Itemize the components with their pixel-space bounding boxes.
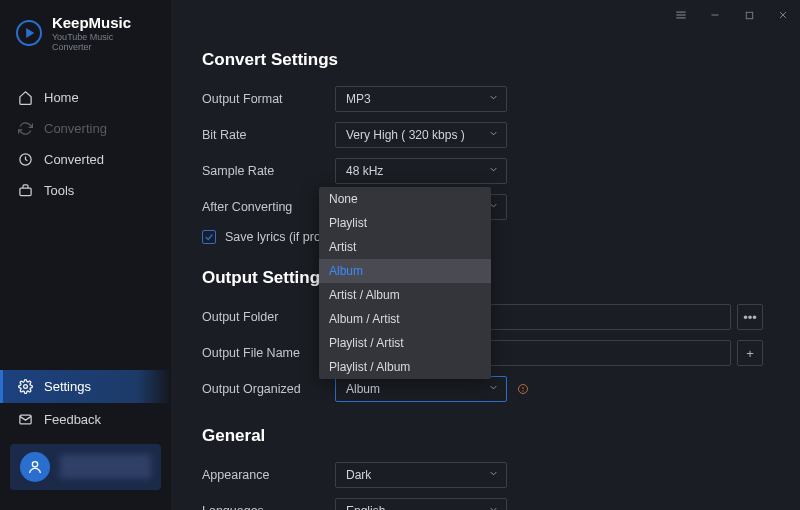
- refresh-icon: [18, 121, 33, 136]
- sidebar-item-converting[interactable]: Converting: [0, 113, 171, 144]
- nav-main: Home Converting Converted Tools: [0, 82, 171, 370]
- dropdown-item[interactable]: Artist: [319, 235, 491, 259]
- label-after-converting: After Converting: [202, 200, 335, 214]
- close-button[interactable]: [766, 0, 800, 30]
- sidebar-item-label: Tools: [44, 183, 74, 198]
- sidebar-item-label: Feedback: [44, 412, 101, 427]
- svg-point-14: [523, 391, 524, 392]
- gear-icon: [18, 379, 33, 394]
- user-card[interactable]: [10, 444, 161, 490]
- add-button[interactable]: +: [737, 340, 763, 366]
- section-title-general: General: [202, 426, 760, 446]
- label-output-format: Output Format: [202, 92, 335, 106]
- chevron-down-icon: [488, 504, 499, 510]
- select-value: Album: [346, 382, 380, 396]
- select-appearance[interactable]: Dark: [335, 462, 507, 488]
- chevron-down-icon: [488, 382, 499, 396]
- label-sample-rate: Sample Rate: [202, 164, 335, 178]
- select-output-organized[interactable]: Album: [335, 376, 507, 402]
- sidebar-item-settings[interactable]: Settings: [0, 370, 171, 403]
- dropdown-output-organized: None Playlist Artist Album Artist / Albu…: [319, 187, 491, 379]
- select-output-format[interactable]: MP3: [335, 86, 507, 112]
- dropdown-item[interactable]: Playlist / Artist: [319, 331, 491, 355]
- sidebar-item-label: Settings: [44, 379, 91, 394]
- select-value: MP3: [346, 92, 371, 106]
- dropdown-item[interactable]: Playlist / Album: [319, 355, 491, 379]
- app-logo-icon: [16, 20, 42, 46]
- label-bit-rate: Bit Rate: [202, 128, 335, 142]
- sidebar-item-converted[interactable]: Converted: [0, 144, 171, 175]
- chevron-down-icon: [488, 128, 499, 142]
- section-title-convert: Convert Settings: [202, 50, 760, 70]
- brand-subtitle: YouTube Music Converter: [52, 32, 155, 52]
- label-output-organized: Output Organized: [202, 382, 335, 396]
- select-value: English: [346, 504, 385, 510]
- brand-text: KeepMusic YouTube Music Converter: [52, 14, 155, 52]
- sidebar-item-feedback[interactable]: Feedback: [0, 403, 171, 436]
- label-output-file-name: Output File Name: [202, 346, 335, 360]
- label-languages: Languages: [202, 504, 335, 510]
- info-icon[interactable]: [517, 383, 529, 395]
- dropdown-item[interactable]: Album / Artist: [319, 307, 491, 331]
- sidebar: KeepMusic YouTube Music Converter Home C…: [0, 0, 172, 510]
- brand-name: KeepMusic: [52, 14, 155, 31]
- select-bit-rate[interactable]: Very High ( 320 kbps ): [335, 122, 507, 148]
- svg-rect-9: [746, 12, 752, 18]
- row-sample-rate: Sample Rate 48 kHz: [202, 158, 760, 184]
- chevron-down-icon: [488, 468, 499, 482]
- checkbox-save-lyrics[interactable]: [202, 230, 216, 244]
- nav-bottom: Settings Feedback: [0, 370, 171, 510]
- dropdown-item[interactable]: Playlist: [319, 211, 491, 235]
- browse-button[interactable]: •••: [737, 304, 763, 330]
- chevron-down-icon: [488, 164, 499, 178]
- svg-point-4: [32, 462, 37, 467]
- sidebar-item-tools[interactable]: Tools: [0, 175, 171, 206]
- label-appearance: Appearance: [202, 468, 335, 482]
- row-output-format: Output Format MP3: [202, 86, 760, 112]
- user-info-blurred: [60, 455, 151, 479]
- sidebar-item-label: Home: [44, 90, 79, 105]
- label-output-folder: Output Folder: [202, 310, 335, 324]
- maximize-button[interactable]: [732, 0, 766, 30]
- chevron-down-icon: [488, 92, 499, 106]
- row-output-organized: Output Organized Album: [202, 376, 760, 402]
- menu-button[interactable]: [664, 0, 698, 30]
- select-languages[interactable]: English: [335, 498, 507, 510]
- row-appearance: Appearance Dark: [202, 462, 760, 488]
- select-value: Very High ( 320 kbps ): [346, 128, 465, 142]
- sidebar-item-label: Converting: [44, 121, 107, 136]
- minimize-button[interactable]: [698, 0, 732, 30]
- row-languages: Languages English: [202, 498, 760, 510]
- select-sample-rate[interactable]: 48 kHz: [335, 158, 507, 184]
- dropdown-item[interactable]: Artist / Album: [319, 283, 491, 307]
- row-bit-rate: Bit Rate Very High ( 320 kbps ): [202, 122, 760, 148]
- sidebar-item-home[interactable]: Home: [0, 82, 171, 113]
- brand: KeepMusic YouTube Music Converter: [0, 0, 171, 68]
- toolbox-icon: [18, 183, 33, 198]
- dropdown-item[interactable]: Album: [319, 259, 491, 283]
- mail-icon: [18, 412, 33, 427]
- home-icon: [18, 90, 33, 105]
- avatar: [20, 452, 50, 482]
- select-value: 48 kHz: [346, 164, 383, 178]
- select-value: Dark: [346, 468, 371, 482]
- svg-point-2: [24, 385, 28, 389]
- window-controls: [664, 0, 800, 30]
- svg-rect-1: [20, 188, 31, 196]
- sidebar-item-label: Converted: [44, 152, 104, 167]
- clock-icon: [18, 152, 33, 167]
- dropdown-item[interactable]: None: [319, 187, 491, 211]
